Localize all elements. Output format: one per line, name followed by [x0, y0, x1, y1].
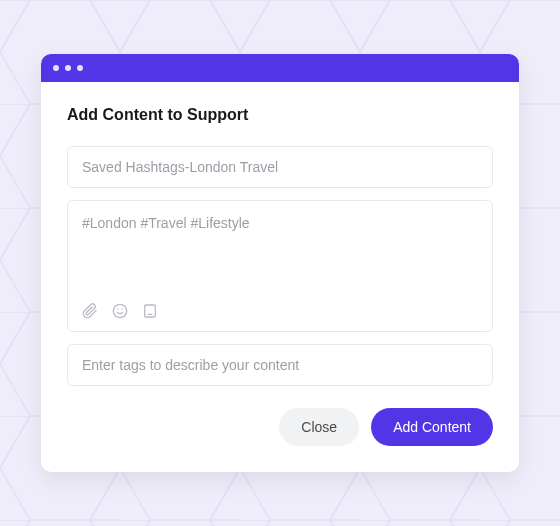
- svg-point-1: [113, 304, 126, 317]
- modal-title: Add Content to Support: [67, 106, 493, 124]
- attachment-icon[interactable]: [82, 303, 98, 319]
- modal-actions: Close Add Content: [67, 408, 493, 446]
- emoji-icon[interactable]: [112, 303, 128, 319]
- content-body-group: [67, 200, 493, 332]
- window-dot: [65, 65, 71, 71]
- tags-input[interactable]: [67, 344, 493, 386]
- content-toolbar: [68, 295, 492, 331]
- add-content-modal: Add Content to Support Close Add Content: [41, 54, 519, 472]
- svg-rect-4: [145, 305, 156, 317]
- content-body-textarea[interactable]: [68, 201, 492, 291]
- device-icon[interactable]: [142, 303, 158, 319]
- add-content-button[interactable]: Add Content: [371, 408, 493, 446]
- close-button[interactable]: Close: [279, 408, 359, 446]
- content-title-input[interactable]: [67, 146, 493, 188]
- window-titlebar: [41, 54, 519, 82]
- modal-body: Add Content to Support Close Add Content: [41, 82, 519, 472]
- window-dot: [53, 65, 59, 71]
- window-dot: [77, 65, 83, 71]
